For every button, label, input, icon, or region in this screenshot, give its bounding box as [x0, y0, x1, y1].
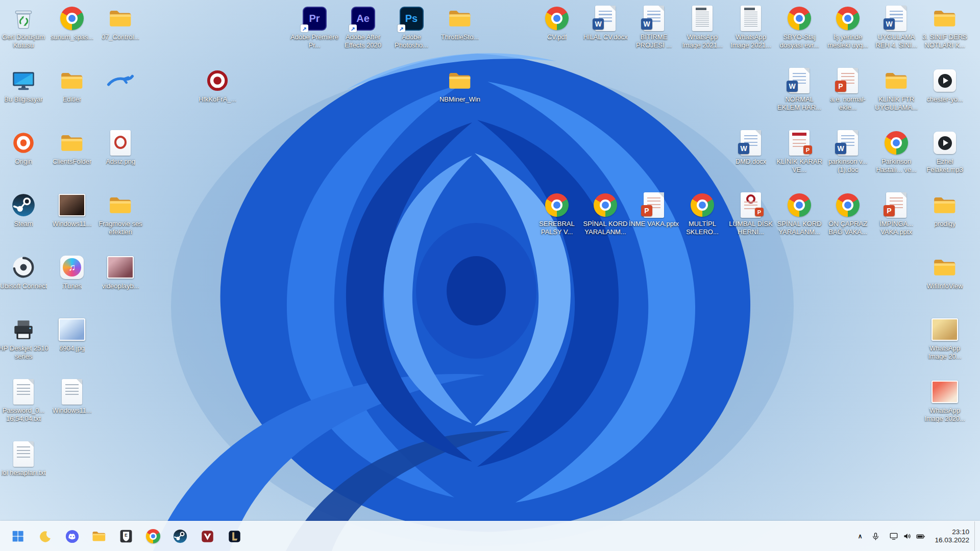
desktop-icon-throttlestop[interactable]: ThrottleSto... — [434, 4, 485, 41]
premiere-icon: Pr↗ — [300, 4, 329, 33]
ppt_thumb-icon: P — [785, 129, 814, 157]
recycle-icon — [9, 4, 38, 33]
desktop-icon-multipl-sklero[interactable]: MULTİPL SKLERO... — [677, 191, 728, 236]
desktop-icon-label: 6904.jpg — [59, 344, 85, 353]
tray-status-group[interactable] — [885, 526, 929, 546]
desktop-icon-fragmovie[interactable]: Fragmovie ses efektleri — [95, 191, 146, 236]
desktop-icon-cv-pdf[interactable]: CV.pdf — [531, 4, 582, 41]
desktop-icon-label: Fragmovie ses efektleri — [95, 220, 145, 236]
desktop-icon-inme-vaka[interactable]: PİNME VAKA.pptx — [628, 191, 679, 228]
show-desktop-button[interactable] — [974, 521, 978, 551]
desktop-icon-on-capraz-bag[interactable]: ÖN ÇAPRAZ BAĞ VAKA... — [822, 191, 873, 236]
volume-icon — [902, 532, 912, 541]
desktop-icon-label: Password_0... 16;54;04.txt — [0, 407, 48, 422]
taskbar-apps: E — [6, 525, 246, 547]
desktop-icon-label: Origin — [15, 158, 33, 166]
tray-expand-button[interactable]: ∧ — [854, 526, 867, 546]
network-icon — [889, 532, 898, 541]
desktop-icon-ae-normal-ekle[interactable]: Pa.e. normal-ekle... — [822, 66, 873, 111]
taskbar: E ∧ 23:10 16.03.2022 — [0, 521, 980, 551]
desktop-icon-label: a.e. normal-ekle... — [823, 95, 873, 111]
desktop-icon-adobe-premiere[interactable]: Pr↗Adobe Premiere Pr... — [289, 4, 340, 49]
desktop-icon-steam[interactable]: Steam — [0, 191, 49, 228]
desktop-icon-parkinson-doc[interactable]: Wparkinson v... (1).doc — [822, 129, 873, 173]
desktop-icon-label: lol hesapları.txt — [1, 469, 45, 477]
media-icon — [930, 66, 959, 95]
desktop-icon-wifiinfoview[interactable]: WifiInfoView — [919, 253, 970, 290]
desktop-icon-uygulama-reh[interactable]: WUYGULAMA REH 4. SINI... — [871, 4, 922, 49]
file-explorer-icon — [91, 529, 107, 544]
desktop-icon-dmd-docx[interactable]: WDMD.docx — [725, 129, 776, 166]
desktop-icon-lol-hesaplari[interactable]: lol hesapları.txt — [0, 440, 49, 477]
desktop-icon-sbyo-staj[interactable]: SBYO-Staj dosyası evr... — [774, 4, 825, 49]
desktop-icon-ezhel-felaket[interactable]: Ezhel Felaket.mp3 — [919, 129, 970, 173]
desktop-icon-label: iTunes — [62, 282, 82, 290]
desktop-icon-windows11-txt[interactable]: Windows11... — [46, 378, 97, 415]
desktop-icon-label: MULTİPL SKLERO... — [677, 220, 727, 236]
desktop-icon-windows11-photo[interactable]: Windows11... — [46, 191, 97, 228]
desktop-icon-geri-donusum-kutusu[interactable]: Geri Dönüşüm Kutusu — [0, 4, 49, 49]
adsiz-icon — [106, 129, 135, 157]
desktop-icon-label: Adobe After Effects 2020 — [338, 33, 388, 49]
desktop-icon-clientsfolder[interactable]: ClientsFolder — [46, 129, 97, 166]
desktop-icon-label: parkinson v... (1).doc — [823, 158, 873, 173]
desktop-icon-sunum-spas[interactable]: sunum_spas... — [46, 4, 97, 41]
taskbar-file-explorer-button[interactable] — [87, 525, 111, 547]
desktop-icon-hfkkofra[interactable]: HfkKoFrA_... — [192, 66, 243, 104]
desktop-icon-label: Windows11... — [52, 407, 91, 415]
desktop-icon-chester-yo[interactable]: chester-yo... — [919, 66, 970, 104]
word-icon: W — [640, 4, 668, 33]
desktop-icon-klinik-karar[interactable]: PKLİNİK KARAR VE... — [774, 129, 825, 173]
desktop-icon-origin[interactable]: Origin — [0, 129, 49, 166]
desktop-icon-whatsapp-image-2020[interactable]: WhatsApp Image 2020... — [919, 378, 970, 422]
desktop-icon-klinik-ftr-uygulama[interactable]: KLİNİK FTR UYGULAMA... — [871, 66, 922, 111]
desktop-icon-hilal-cv[interactable]: WHILAL CV.docx — [580, 4, 631, 41]
desktop-icon-blue-scribble[interactable] — [95, 66, 146, 95]
desktop-icon-label: ÖN ÇAPRAZ BAĞ VAKA... — [823, 220, 873, 236]
desktop-icon-parkinson-hastaligi[interactable]: Parkinson Hastalı... ve... — [871, 129, 922, 173]
desktop-icon-07-control[interactable]: 07_Control... — [95, 4, 146, 41]
taskbar-clock[interactable]: 23:10 16.03.2022 — [930, 526, 973, 546]
desktop-icon-prodigy[interactable]: prodigy — [919, 191, 970, 228]
desktop-icon-whatsapp-image-20[interactable]: WhatsApp Image 20... — [919, 315, 970, 360]
desktop-icon-lumbal-disk[interactable]: PLUMBAL DİSK HERNİ... — [725, 191, 776, 236]
desktop-icon-hp-deskjet[interactable]: HP Deskjet 2510 series — [0, 315, 49, 360]
desktop-icon-label: Windows11... — [52, 220, 91, 228]
taskbar-start-button[interactable] — [6, 525, 30, 547]
photoshop-icon: Ps↗ — [397, 4, 426, 33]
desktop-icon-normal-eklem-har[interactable]: WNORMAL EKLEM HAR... — [774, 66, 825, 111]
desktop-icon-whatsapp-image-2021-a[interactable]: WhatsApp Image 2021... — [677, 4, 728, 49]
desktop-icon-label: HP Deskjet 2510 series — [0, 344, 48, 360]
desktop-icon-sinif-ders-notlari[interactable]: 3. SINIF DERS NOTLARI K... — [919, 4, 970, 49]
desktop-icon-videoplayb[interactable]: videoplayb... — [95, 253, 146, 290]
desktop-icon-adsiz-png[interactable]: Adsız.png — [95, 129, 146, 166]
microphone-tray-button[interactable] — [867, 526, 884, 546]
desktop-icon-adobe-photoshop[interactable]: Ps↗Adobe Photosho... — [386, 4, 437, 49]
shortcut-arrow-icon: ↗ — [301, 24, 308, 32]
desktop-icon-editler[interactable]: Editler — [46, 66, 97, 104]
desktop-icon-spinal-kord-2[interactable]: SPİNAL KORD YARALANM... — [774, 191, 825, 236]
taskbar-discord-button[interactable] — [60, 525, 84, 547]
desktop-icon-adobe-after-effects[interactable]: Ae↗Adobe After Effects 2020 — [337, 4, 388, 49]
desktop-icon-nbminer-win[interactable]: NBMiner_Win — [434, 66, 485, 104]
desktop-icon-is-yerinde-mesleki[interactable]: İş yerinde mesleki uyg... — [822, 4, 873, 49]
desktop-icon-spinal-kord-1[interactable]: SPİNAL KORD YARALANM... — [580, 191, 631, 236]
desktop-icon-itunes[interactable]: ♫iTunes — [46, 253, 97, 290]
desktop-icon-ubisoft-connect[interactable]: Ubisoft Connect — [0, 253, 49, 290]
chrome-icon — [146, 529, 160, 543]
desktop-icon-bitirme-projesi[interactable]: WBİTİRME PROJESİ ... — [628, 4, 679, 49]
desktop-icon-label: SEREBRAL PALSY V... — [532, 220, 582, 236]
desktop-icon-bu-bilgisayar[interactable]: Bu Bilgisayar — [0, 66, 49, 104]
desktop-icon-serebral-palsy[interactable]: SEREBRAL PALSY V... — [531, 191, 582, 236]
taskbar-steam-button[interactable] — [168, 525, 192, 547]
taskbar-epic-games-button[interactable]: E — [114, 525, 138, 547]
desktop-icon-6904-jpg[interactable]: 6904.jpg — [46, 315, 97, 353]
taskbar-chrome-button[interactable] — [141, 525, 165, 547]
taskbar-moon-app-button[interactable] — [33, 525, 57, 547]
desktop-icon-password-txt[interactable]: Password_0... 16;54;04.txt — [0, 378, 49, 422]
taskbar-vanguard-button[interactable] — [195, 525, 219, 547]
folder-icon — [106, 4, 135, 33]
taskbar-league-of-legends-button[interactable] — [223, 525, 246, 547]
desktop-icon-whatsapp-image-2021-b[interactable]: WhatsApp Image 2021... — [725, 4, 776, 49]
desktop-icon-impinga-vaka[interactable]: PİMPİNGA... VAKA.pptx — [871, 191, 922, 236]
